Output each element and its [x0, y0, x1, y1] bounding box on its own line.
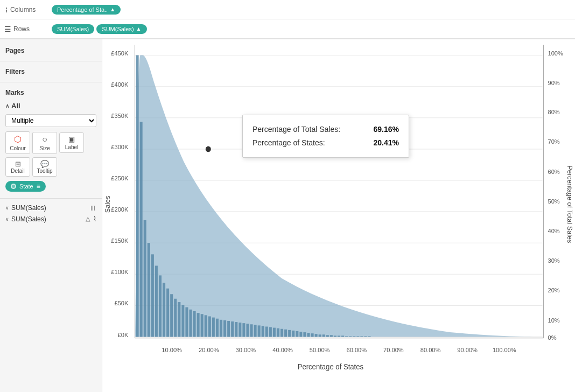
size-icon: ○ — [42, 135, 47, 144]
svg-rect-88 — [296, 331, 298, 337]
size-button[interactable]: ○ Size — [32, 132, 57, 154]
svg-rect-102 — [349, 336, 352, 337]
colour-icon: ⬡ — [14, 134, 22, 144]
svg-rect-46 — [136, 55, 139, 337]
rows-pill2-text: SUM(Sales) — [102, 26, 134, 32]
rows-pill1-text: SUM(Sales) — [57, 26, 89, 32]
svg-text:£250K: £250K — [111, 175, 129, 181]
svg-rect-75 — [246, 324, 249, 337]
label-button[interactable]: ▣ Label — [59, 132, 84, 153]
svg-rect-79 — [262, 326, 264, 337]
columns-pill[interactable]: Percentage of Sta.. ▲ — [52, 5, 121, 15]
tooltip-label1: Percentage of Total Sales: — [253, 123, 340, 136]
svg-rect-86 — [288, 330, 291, 337]
rows-pill2[interactable]: SUM(Sales) ▲ — [96, 24, 146, 34]
main-area: Pages Filters Marks ∧ All Multiple ⬡ Col… — [0, 39, 575, 392]
colour-label: Colour — [10, 145, 25, 151]
svg-text:10.00%: 10.00% — [162, 347, 182, 353]
svg-rect-53 — [163, 283, 165, 337]
svg-rect-72 — [235, 322, 237, 337]
detail-icon: ⊞ — [15, 160, 21, 168]
svg-text:80.00%: 80.00% — [420, 347, 441, 353]
svg-rect-95 — [322, 334, 325, 337]
svg-rect-55 — [170, 294, 173, 337]
marks-title: Marks — [5, 89, 96, 96]
size-label: Size — [39, 145, 50, 151]
svg-rect-83 — [277, 328, 279, 337]
rows-pill2-delta-icon: ▲ — [136, 26, 142, 32]
label-icon: ▣ — [68, 135, 75, 143]
detail-label: Detail — [11, 168, 25, 174]
svg-rect-64 — [205, 315, 207, 337]
svg-rect-63 — [201, 314, 204, 337]
columns-pill-text: Percentage of Sta.. — [57, 6, 108, 13]
svg-rect-100 — [341, 335, 344, 337]
pages-title: Pages — [5, 47, 96, 54]
marks-caret-icon: ∧ — [5, 103, 9, 109]
sum-sales2-caret-icon: ∨ — [5, 216, 9, 222]
detail-button[interactable]: ⊞ Detail — [5, 157, 30, 177]
svg-text:90%: 90% — [548, 79, 560, 86]
svg-rect-92 — [311, 333, 314, 337]
svg-rect-54 — [166, 289, 169, 337]
sum-sales1-caret-icon: ∨ — [5, 205, 9, 211]
svg-text:£300K: £300K — [111, 144, 129, 150]
rows-label: ☰ Rows — [4, 25, 47, 33]
tooltip-value1: 69.16% — [374, 123, 399, 136]
svg-text:60.00%: 60.00% — [346, 347, 367, 353]
rows-pill1[interactable]: SUM(Sales) — [52, 24, 94, 34]
svg-text:Percentage of States: Percentage of States — [298, 362, 364, 370]
svg-rect-56 — [174, 299, 177, 337]
marks-buttons-row: ⬡ Colour ○ Size ▣ Label — [0, 129, 102, 156]
svg-text:40%: 40% — [548, 228, 560, 234]
svg-rect-85 — [284, 330, 287, 337]
svg-text:Percentage of Total Sales: Percentage of Total Sales — [566, 165, 573, 243]
svg-rect-98 — [334, 335, 336, 337]
colour-button[interactable]: ⬡ Colour — [5, 131, 30, 154]
svg-text:100%: 100% — [548, 50, 563, 56]
svg-text:£400K: £400K — [111, 81, 129, 87]
state-pill-row: State ≡ — [0, 178, 102, 195]
svg-rect-58 — [181, 305, 184, 337]
filters-section: Filters — [0, 65, 102, 79]
label-label: Label — [65, 144, 78, 150]
sum-sales2-row[interactable]: ∨ SUM(Sales) △ ⌇ — [0, 213, 102, 225]
svg-text:100.00%: 100.00% — [493, 347, 516, 353]
top-bar: ⫶ Columns Percentage of Sta.. ▲ ☰ Rows S… — [0, 0, 575, 39]
state-pill-label: State — [19, 183, 33, 190]
svg-rect-68 — [220, 320, 222, 337]
rows-row: ☰ Rows SUM(Sales) SUM(Sales) ▲ — [0, 19, 575, 39]
svg-text:70%: 70% — [548, 138, 560, 145]
chart-container: £450K £400K £350K £300K £250K £200K £150… — [102, 39, 575, 392]
state-pill[interactable]: State ≡ — [5, 181, 46, 192]
svg-rect-90 — [303, 332, 306, 337]
marks-dropdown-row: Multiple — [0, 112, 102, 129]
svg-text:20.00%: 20.00% — [199, 347, 219, 353]
tooltip-icon: 💬 — [40, 160, 49, 168]
svg-text:£0K: £0K — [118, 331, 129, 338]
tooltip-label2: Percentage of States: — [253, 136, 325, 150]
svg-rect-82 — [273, 328, 276, 337]
svg-rect-69 — [223, 320, 226, 337]
svg-text:£350K: £350K — [111, 113, 129, 119]
svg-rect-61 — [193, 311, 196, 337]
svg-rect-51 — [155, 265, 158, 337]
svg-rect-80 — [265, 327, 268, 337]
tooltip-button[interactable]: 💬 Tooltip — [32, 157, 57, 177]
marks-type-dropdown[interactable]: Multiple — [5, 114, 96, 127]
sidebar: Pages Filters Marks ∧ All Multiple ⬡ Col… — [0, 39, 102, 392]
svg-rect-48 — [144, 220, 146, 337]
filters-title: Filters — [5, 68, 96, 75]
svg-rect-97 — [330, 335, 333, 337]
tooltip-row2: Percentage of States: 20.41% — [253, 136, 399, 150]
svg-rect-101 — [345, 336, 348, 337]
svg-rect-73 — [239, 323, 241, 337]
svg-rect-77 — [254, 325, 257, 337]
columns-delta-icon: ▲ — [110, 6, 115, 12]
svg-rect-87 — [292, 331, 294, 337]
svg-text:£200K: £200K — [111, 206, 129, 213]
svg-rect-89 — [299, 332, 302, 337]
tooltip-box: Percentage of Total Sales: 69.16% Percen… — [242, 115, 409, 158]
svg-rect-91 — [307, 333, 310, 337]
sum-sales1-row[interactable]: ∨ SUM(Sales) ⫼ — [0, 202, 102, 213]
